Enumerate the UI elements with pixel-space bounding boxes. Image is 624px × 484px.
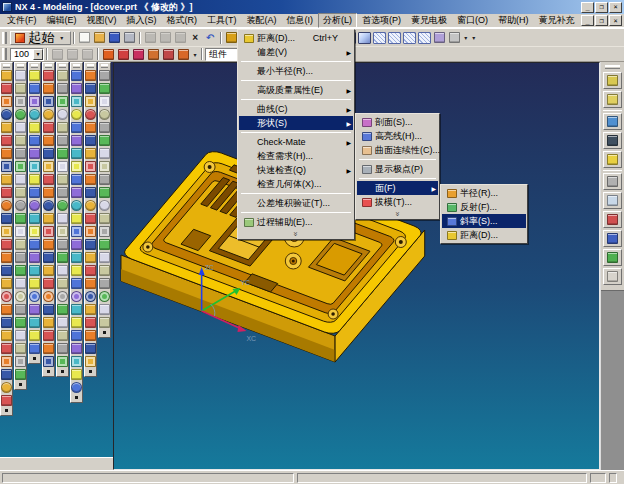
tool-icon[interactable] (1, 278, 12, 289)
menubar-item[interactable]: 分析(L) (318, 13, 357, 28)
menubar-item[interactable]: 窗口(O) (452, 13, 493, 28)
tool-icon[interactable] (43, 187, 54, 198)
tool-icon[interactable] (1, 96, 12, 107)
tool-icon[interactable] (71, 96, 82, 107)
tool-icon[interactable] (15, 304, 26, 315)
tool-icon[interactable] (71, 382, 82, 393)
tool-icon[interactable] (15, 96, 26, 107)
snap-end-point-icon[interactable] (101, 47, 116, 62)
tool-icon[interactable] (85, 291, 96, 302)
tool-icon[interactable] (57, 226, 68, 237)
snap-mid-point-icon[interactable] (116, 47, 131, 62)
analysis-chart-icon[interactable] (603, 249, 622, 266)
tool-icon[interactable] (29, 278, 40, 289)
selection-filter-icon[interactable] (603, 72, 622, 89)
tool-icon[interactable] (99, 109, 110, 120)
tool-icon[interactable] (57, 122, 68, 133)
tool-icon[interactable] (57, 343, 68, 354)
tool-icon[interactable] (43, 70, 54, 81)
toolbar-handle[interactable] (101, 64, 108, 68)
menubar-item[interactable]: 帮助(H) (493, 13, 534, 28)
menubar-item[interactable]: 黄兄电极 (406, 13, 452, 28)
tool-icon[interactable] (29, 291, 40, 302)
minimize-button[interactable]: _ (581, 2, 594, 13)
tool-icon[interactable] (43, 304, 54, 315)
zoom-in-out-icon[interactable] (80, 47, 95, 62)
tool-icon[interactable] (29, 96, 40, 107)
tool-icon[interactable] (71, 122, 82, 133)
toolbar-handle[interactable] (2, 32, 7, 44)
start-button[interactable]: 起始▾ (10, 31, 71, 45)
help-cursor-icon[interactable] (603, 151, 622, 168)
tool-icon[interactable] (15, 109, 26, 120)
snap-control-point-icon[interactable] (131, 47, 146, 62)
menu-item-quick-check[interactable]: 快速检查(Q)▶ (239, 163, 353, 177)
tool-icon[interactable] (85, 239, 96, 250)
tool-icon[interactable] (57, 278, 68, 289)
tool-icon[interactable] (29, 161, 40, 172)
tool-icon[interactable] (29, 304, 40, 315)
tool-icon[interactable] (99, 187, 110, 198)
menu-item-face-distance[interactable]: 距离(D)... (442, 228, 526, 242)
tool-icon[interactable] (99, 265, 110, 276)
tool-icon[interactable] (1, 252, 12, 263)
tool-icon[interactable] (85, 109, 96, 120)
tool-icon[interactable] (99, 252, 110, 263)
menubar-item[interactable]: 格式(R) (162, 13, 203, 28)
tool-icon[interactable] (1, 265, 12, 276)
facet-body-view-icon[interactable] (418, 32, 431, 44)
tool-icon[interactable] (99, 278, 110, 289)
tool-icon[interactable] (57, 317, 68, 328)
tool-icon[interactable] (57, 265, 68, 276)
tool-icon[interactable] (57, 187, 68, 198)
chevron-down-icon[interactable]: ▾ (470, 34, 478, 41)
tool-icon[interactable] (15, 265, 26, 276)
tool-icon[interactable] (85, 70, 96, 81)
tool-icon[interactable] (71, 200, 82, 211)
tool-icon[interactable] (1, 356, 12, 367)
tool-icon[interactable] (99, 161, 110, 172)
tool-icon[interactable] (29, 122, 40, 133)
tool-icon[interactable] (57, 148, 68, 159)
tool-icon[interactable] (85, 265, 96, 276)
menu-item-curve[interactable]: 曲线(C)▶ (239, 102, 353, 116)
menu-item-surface-continuity[interactable]: 曲面连续性(C)... (357, 143, 438, 157)
tool-icon[interactable] (29, 70, 40, 81)
fit-view-icon[interactable] (65, 47, 80, 62)
tool-icon[interactable] (99, 213, 110, 224)
tool-icon[interactable] (43, 96, 54, 107)
toolbar-handle[interactable] (45, 64, 52, 68)
tool-icon[interactable] (43, 239, 54, 250)
tool-icon[interactable] (99, 239, 110, 250)
tool-icon[interactable] (85, 187, 96, 198)
tool-icon[interactable] (85, 317, 96, 328)
tool-icon[interactable] (29, 187, 40, 198)
tool-icon[interactable] (71, 369, 82, 380)
tool-icon[interactable] (71, 239, 82, 250)
menu-item-draft-analysis[interactable]: 拔模(T)... (357, 195, 438, 209)
snap-point-tool-icon[interactable] (603, 91, 622, 108)
tool-icon[interactable] (43, 265, 54, 276)
toolbar-handle[interactable] (59, 64, 66, 68)
menubar-item[interactable]: 装配(A) (242, 13, 282, 28)
tool-icon[interactable] (43, 83, 54, 94)
flag-icon[interactable] (603, 132, 622, 149)
tool-icon[interactable] (99, 83, 110, 94)
tool-icon[interactable] (85, 148, 96, 159)
tool-icon[interactable] (1, 395, 12, 406)
tool-icon[interactable] (43, 148, 54, 159)
tool-icon[interactable] (29, 226, 40, 237)
tool-icon[interactable] (99, 226, 110, 237)
menu-item-minimum-radius[interactable]: 最小半径(R)... (239, 64, 353, 78)
tool-icon[interactable] (43, 135, 54, 146)
menubar-item[interactable]: 信息(I) (282, 13, 319, 28)
static-wireframe-view-icon[interactable] (403, 32, 416, 44)
tool-icon[interactable] (43, 122, 54, 133)
partially-shaded-view-icon[interactable] (358, 32, 371, 44)
tool-icon[interactable] (85, 330, 96, 341)
tool-icon[interactable] (15, 135, 26, 146)
tool-icon[interactable] (57, 356, 68, 367)
chevron-down-icon[interactable]: ▾ (33, 49, 43, 60)
tool-icon[interactable] (29, 330, 40, 341)
tool-icon[interactable] (43, 330, 54, 341)
